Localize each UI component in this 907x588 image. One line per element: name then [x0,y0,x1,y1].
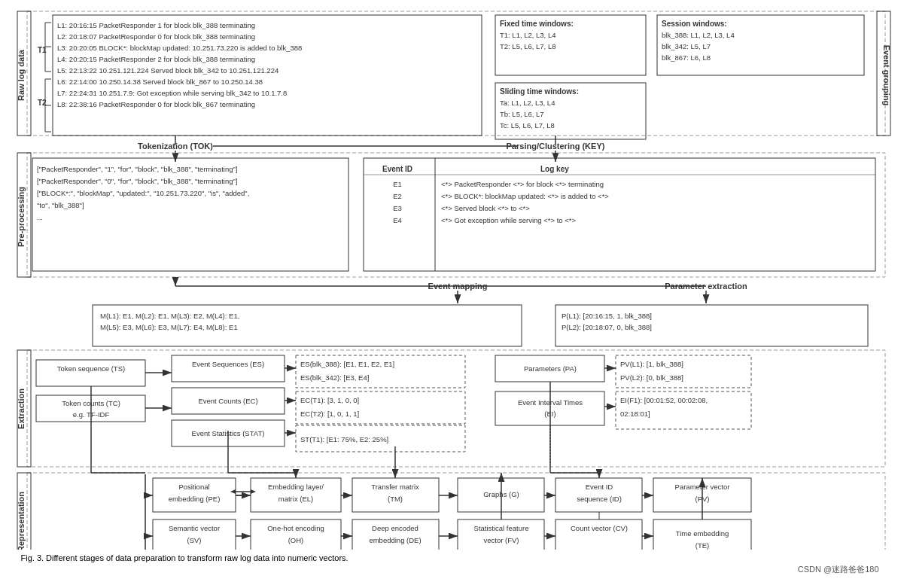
preprocessing-label: Pre-processing [17,187,26,247]
event-key-e2: <*> BLOCK*: blockMap updated: <*> is add… [441,192,609,200]
param-line1: P(L1): [20:16:15, 1, blk_388] [562,312,652,320]
parameters-label: Parameters (PA) [523,364,576,373]
pos-emb-label1: Positional [178,483,209,491]
ec-values2: EC(T2): [1, 0, 1, 1] [300,410,359,418]
event-e2: E2 [393,192,402,200]
log-l5: L5: 22:13:22 10.251.121.224 Served block… [57,66,278,75]
extraction-label: Extraction [17,388,26,429]
log-l3: L3: 20:20:05 BLOCK*: blockMap updated: 1… [57,44,302,52]
event-key-e1: <*> PacketResponder <*> for block <*> te… [441,180,604,188]
emb-layer-label1: Embedding layer/ [268,483,324,491]
pv-values2: PV(L2): [0, blk_388] [620,373,683,382]
fixed-t1: T1: L1, L2, L3, L4 [500,31,555,39]
transfer-matrix-label1: Transfer matrix [371,483,419,491]
log-l7: L7: 22:24:31 10.251.7.9: Got exception w… [57,89,287,97]
svg-marker-90 [251,489,256,494]
event-e3: E3 [393,204,402,212]
token-dots: ... [37,213,43,221]
event-id-header: Event ID [382,165,412,173]
session-blk388: blk_388: L1, L2, L3, L4 [662,31,735,39]
session-blk867: blk_867: L6, L8 [662,53,711,62]
svg-marker-91 [230,489,236,494]
event-e1: E1 [393,180,402,188]
figure-caption: Fig. 3. Different stages of data prepara… [14,553,894,562]
event-id-seq-label2: sequence (ID) [577,495,622,503]
event-map-line1: M(L1): E1, M(L2): E1, M(L3): E2, M(L4): … [100,312,239,320]
svg-rect-56 [27,473,885,550]
token-line3: ["BLOCK*:", "blockMap", "updated:", "10.… [37,189,249,197]
semantic-vec-label1: Semantic vector [168,524,219,532]
log-l4: L4: 20:20:15 PacketResponder 2 for block… [57,55,255,63]
log-l6: L6: 22:14:00 10.250.14.38 Served block b… [57,78,263,86]
raw-log-label: Raw log data [17,49,26,101]
stat-feature-label2: vector (FV) [483,536,519,544]
deep-enc-label1: Deep encoded [372,524,418,532]
st-values: ST(T1): [E1: 75%, E2: 25%] [300,435,388,443]
es-values1: ES(blk_388): [E1, E1, E2, E1] [300,360,394,368]
session-label: Session windows: [662,20,727,28]
token-line2: ["PacketResponder", "0", "for", "block",… [37,177,237,185]
session-blk342: blk_342: L5, L7 [662,42,711,50]
token-line4: "to", "blk_388"] [37,201,84,209]
log-l8: L8: 22:38:16 PacketResponder 0 for block… [57,100,255,108]
transfer-matrix-label2: (TM) [387,495,402,503]
semantic-vec-label2: (SV) [187,536,201,544]
ec-values1: EC(T1): [3, 1, 0, 0] [300,396,359,404]
event-e4: E4 [393,216,402,224]
one-hot-label2: (OH) [288,536,303,544]
event-key-e3: <*> Served block <*> to <*> [441,204,530,212]
event-seq-label1: Event Sequences (ES) [191,360,263,368]
log-key-header: Log key [540,165,569,173]
event-id-seq-label1: Event ID [585,483,613,491]
count-vector-label1: Count vector (CV) [570,524,627,532]
event-count-label: Event Counts (EC) [198,397,257,405]
es-values2: ES(blk_342): [E3, E4] [300,373,369,382]
one-hot-label1: One-hot encoding [267,524,324,532]
representation-label: Representation [17,492,26,550]
time-emb-label1: Time embedding [675,529,728,538]
token-line1: ["PacketResponder", "1", "for", "block",… [37,165,237,173]
svg-rect-25 [364,158,875,271]
diagram-svg: Raw log data Event grouping T1 T2 L1: 20… [14,8,894,550]
event-key-e4: <*> Got exception while serving <*> to <… [441,216,576,224]
main-diagram: Raw log data Event grouping T1 T2 L1: 20… [14,8,894,575]
sliding-tb: Tb: L5, L6, L7 [500,110,544,118]
fixed-time-label: Fixed time windows: [500,20,574,28]
event-grouping-label: Event grouping [882,45,891,106]
emb-layer-label2: matrix (EL) [278,495,312,503]
pv-values1: PV(L1): [1, blk_388] [620,360,683,368]
pos-emb-label2: embedding (PE) [168,495,220,503]
deep-enc-label2: embedding (DE) [369,536,421,544]
fixed-t2: T2: L5, L6, L7, L8 [500,42,555,50]
watermark: CSDN @迷路爸爸180 [14,564,894,575]
sliding-tc: Tc: L5, L6, L7, L8 [500,121,555,129]
event-map-line2: M(L5): E3, M(L6): E3, M(L7): E4, M(L8): … [100,323,238,331]
ei-values1: EI(F1): [00:01:52, 00:02:08, [620,396,708,404]
sliding-ta: Ta: L1, L2, L3, L4 [500,99,555,107]
param-line2: P(L2): [20:18:07, 0, blk_388] [562,323,652,331]
sliding-label: Sliding time windows: [500,87,579,96]
log-l2: L2: 20:18:07 PacketResponder 0 for block… [57,32,255,41]
token-seq-label: Token sequence (TS) [56,364,124,373]
svg-rect-24 [32,158,348,271]
stat-feature-label1: Statistical feature [473,524,528,532]
ei-values2: 02:18:01] [620,410,650,418]
log-l1: L1: 20:16:15 PacketResponder 1 for block… [57,21,255,29]
time-emb-label2: (TE) [695,541,708,550]
